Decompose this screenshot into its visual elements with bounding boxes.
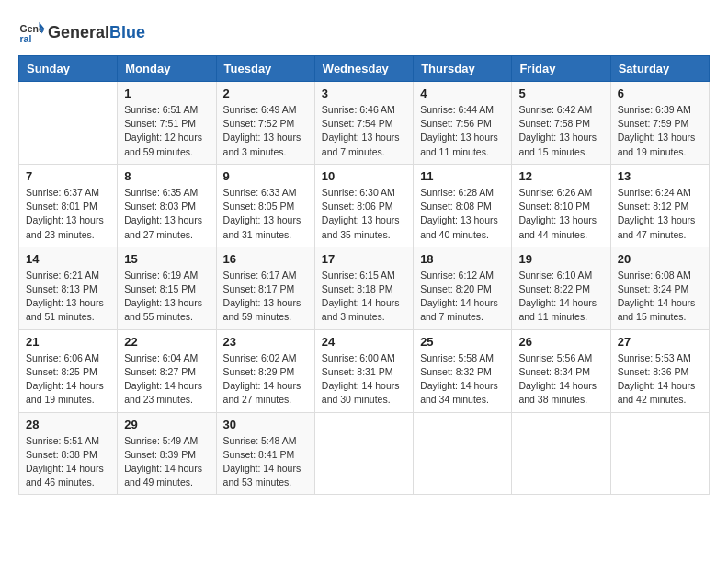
day-number: 10 (322, 169, 406, 183)
calendar-day-cell: 6Sunrise: 6:39 AM Sunset: 7:59 PM Daylig… (610, 82, 709, 165)
calendar-day-cell: 10Sunrise: 6:30 AM Sunset: 8:06 PM Dayli… (314, 164, 413, 247)
logo-blue-text: Blue (109, 23, 145, 41)
calendar-day-cell: 18Sunrise: 6:12 AM Sunset: 8:20 PM Dayli… (414, 247, 512, 329)
calendar-week-row: 14Sunrise: 6:21 AM Sunset: 8:13 PM Dayli… (19, 247, 710, 329)
day-number: 11 (420, 169, 505, 183)
day-info: Sunrise: 6:37 AM Sunset: 8:01 PM Dayligh… (26, 186, 110, 242)
day-info: Sunrise: 6:00 AM Sunset: 8:31 PM Dayligh… (322, 351, 406, 408)
day-number: 13 (618, 169, 702, 183)
calendar-day-cell: 26Sunrise: 5:56 AM Sunset: 8:34 PM Dayli… (512, 329, 610, 412)
day-info: Sunrise: 5:49 AM Sunset: 8:39 PM Dayligh… (124, 434, 209, 490)
day-number: 23 (223, 335, 308, 349)
column-header-monday: Monday (118, 56, 216, 82)
day-number: 7 (26, 169, 110, 183)
empty-cell (414, 412, 512, 495)
day-number: 14 (26, 252, 110, 266)
day-info: Sunrise: 6:44 AM Sunset: 7:56 PM Dayligh… (420, 103, 505, 159)
calendar-day-cell: 30Sunrise: 5:48 AM Sunset: 8:41 PM Dayli… (216, 412, 314, 495)
calendar-day-cell: 22Sunrise: 6:04 AM Sunset: 8:27 PM Dayli… (118, 329, 216, 412)
calendar-day-cell: 23Sunrise: 6:02 AM Sunset: 8:29 PM Dayli… (216, 329, 314, 412)
day-info: Sunrise: 6:12 AM Sunset: 8:20 PM Dayligh… (420, 269, 505, 325)
calendar-table: SundayMondayTuesdayWednesdayThursdayFrid… (18, 55, 710, 495)
day-info: Sunrise: 5:51 AM Sunset: 8:38 PM Dayligh… (26, 434, 110, 490)
calendar-day-cell: 15Sunrise: 6:19 AM Sunset: 8:15 PM Dayli… (118, 247, 216, 329)
column-header-thursday: Thursday (414, 56, 512, 82)
calendar-day-cell: 4Sunrise: 6:44 AM Sunset: 7:56 PM Daylig… (414, 82, 512, 165)
calendar-day-cell: 8Sunrise: 6:35 AM Sunset: 8:03 PM Daylig… (118, 164, 216, 247)
day-number: 15 (124, 252, 209, 266)
calendar-day-cell: 3Sunrise: 6:46 AM Sunset: 7:54 PM Daylig… (314, 82, 413, 165)
logo: Gene ral GeneralBlue (18, 18, 145, 46)
calendar-week-row: 7Sunrise: 6:37 AM Sunset: 8:01 PM Daylig… (19, 164, 710, 247)
day-info: Sunrise: 6:39 AM Sunset: 7:59 PM Dayligh… (618, 103, 702, 159)
empty-cell (19, 82, 118, 165)
day-info: Sunrise: 5:48 AM Sunset: 8:41 PM Dayligh… (223, 434, 308, 490)
day-info: Sunrise: 5:58 AM Sunset: 8:32 PM Dayligh… (420, 351, 505, 408)
calendar-day-cell: 1Sunrise: 6:51 AM Sunset: 7:51 PM Daylig… (118, 82, 216, 165)
day-number: 12 (518, 169, 603, 183)
day-info: Sunrise: 6:49 AM Sunset: 7:52 PM Dayligh… (223, 103, 308, 159)
day-number: 30 (223, 418, 308, 431)
day-info: Sunrise: 6:42 AM Sunset: 7:58 PM Dayligh… (518, 103, 603, 159)
logo-icon: Gene ral (18, 18, 46, 46)
day-info: Sunrise: 6:35 AM Sunset: 8:03 PM Dayligh… (124, 186, 209, 242)
day-number: 24 (322, 335, 406, 349)
day-number: 25 (420, 335, 505, 349)
calendar-day-cell: 24Sunrise: 6:00 AM Sunset: 8:31 PM Dayli… (314, 329, 413, 412)
column-header-wednesday: Wednesday (314, 56, 413, 82)
calendar-day-cell: 7Sunrise: 6:37 AM Sunset: 8:01 PM Daylig… (19, 164, 118, 247)
day-number: 3 (322, 86, 406, 100)
day-number: 1 (124, 86, 209, 100)
day-number: 5 (518, 86, 603, 100)
day-info: Sunrise: 6:08 AM Sunset: 8:24 PM Dayligh… (618, 269, 702, 325)
day-number: 16 (223, 252, 308, 266)
calendar-week-row: 21Sunrise: 6:06 AM Sunset: 8:25 PM Dayli… (19, 329, 710, 412)
calendar-day-cell: 5Sunrise: 6:42 AM Sunset: 7:58 PM Daylig… (512, 82, 610, 165)
day-info: Sunrise: 6:33 AM Sunset: 8:05 PM Dayligh… (223, 186, 308, 242)
day-info: Sunrise: 6:28 AM Sunset: 8:08 PM Dayligh… (420, 186, 505, 242)
day-number: 9 (223, 169, 308, 183)
day-number: 20 (618, 252, 702, 266)
day-number: 4 (420, 86, 505, 100)
calendar-day-cell: 12Sunrise: 6:26 AM Sunset: 8:10 PM Dayli… (512, 164, 610, 247)
day-info: Sunrise: 6:24 AM Sunset: 8:12 PM Dayligh… (618, 186, 702, 242)
day-number: 6 (618, 86, 702, 100)
day-number: 29 (124, 418, 209, 431)
calendar-day-cell: 29Sunrise: 5:49 AM Sunset: 8:39 PM Dayli… (118, 412, 216, 495)
calendar-day-cell: 27Sunrise: 5:53 AM Sunset: 8:36 PM Dayli… (610, 329, 709, 412)
calendar-day-cell: 11Sunrise: 6:28 AM Sunset: 8:08 PM Dayli… (414, 164, 512, 247)
column-header-saturday: Saturday (610, 56, 709, 82)
calendar-day-cell: 2Sunrise: 6:49 AM Sunset: 7:52 PM Daylig… (216, 82, 314, 165)
day-number: 28 (26, 418, 110, 431)
empty-cell (512, 412, 610, 495)
day-number: 2 (223, 86, 308, 100)
svg-text:ral: ral (20, 33, 32, 44)
day-info: Sunrise: 6:26 AM Sunset: 8:10 PM Dayligh… (518, 186, 603, 242)
day-number: 17 (322, 252, 406, 266)
day-number: 21 (26, 335, 110, 349)
day-number: 8 (124, 169, 209, 183)
calendar-day-cell: 21Sunrise: 6:06 AM Sunset: 8:25 PM Dayli… (19, 329, 118, 412)
calendar-day-cell: 16Sunrise: 6:17 AM Sunset: 8:17 PM Dayli… (216, 247, 314, 329)
calendar-week-row: 1Sunrise: 6:51 AM Sunset: 7:51 PM Daylig… (19, 82, 710, 165)
day-info: Sunrise: 6:15 AM Sunset: 8:18 PM Dayligh… (322, 269, 406, 325)
column-header-sunday: Sunday (19, 56, 118, 82)
day-info: Sunrise: 6:04 AM Sunset: 8:27 PM Dayligh… (124, 351, 209, 408)
calendar-day-cell: 20Sunrise: 6:08 AM Sunset: 8:24 PM Dayli… (610, 247, 709, 329)
day-info: Sunrise: 6:02 AM Sunset: 8:29 PM Dayligh… (223, 351, 308, 408)
calendar-day-cell: 17Sunrise: 6:15 AM Sunset: 8:18 PM Dayli… (314, 247, 413, 329)
calendar-week-row: 28Sunrise: 5:51 AM Sunset: 8:38 PM Dayli… (19, 412, 710, 495)
empty-cell (610, 412, 709, 495)
calendar-day-cell: 14Sunrise: 6:21 AM Sunset: 8:13 PM Dayli… (19, 247, 118, 329)
day-number: 26 (518, 335, 603, 349)
day-number: 22 (124, 335, 209, 349)
day-info: Sunrise: 6:10 AM Sunset: 8:22 PM Dayligh… (518, 269, 603, 325)
day-info: Sunrise: 6:17 AM Sunset: 8:17 PM Dayligh… (223, 269, 308, 325)
day-info: Sunrise: 6:30 AM Sunset: 8:06 PM Dayligh… (322, 186, 406, 242)
calendar-header-row: SundayMondayTuesdayWednesdayThursdayFrid… (19, 56, 710, 82)
day-info: Sunrise: 6:21 AM Sunset: 8:13 PM Dayligh… (26, 269, 110, 325)
day-info: Sunrise: 5:56 AM Sunset: 8:34 PM Dayligh… (518, 351, 603, 408)
day-info: Sunrise: 6:46 AM Sunset: 7:54 PM Dayligh… (322, 103, 406, 159)
logo-general-text: General (48, 23, 109, 41)
day-number: 27 (618, 335, 702, 349)
